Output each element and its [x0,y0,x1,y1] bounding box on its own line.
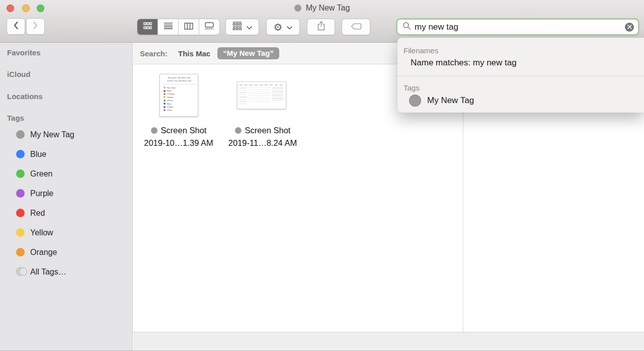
thumbnail-window-art [239,87,247,106]
file-name-line1: Screen Shot [245,124,291,137]
sidebar-header-tags: Tags [7,114,24,122]
file-tag-dot-icon [151,127,157,134]
chevron-down-icon [287,23,292,32]
forward-button[interactable] [26,18,45,35]
sidebar-item-my-new-tag[interactable]: My New Tag [0,125,132,144]
group-button[interactable] [225,19,259,35]
suggestion-tag-label: My New Tag [427,96,474,106]
status-bar [133,332,644,351]
sidebar-item-yellow[interactable]: Yellow [0,223,132,242]
action-menu-button[interactable]: ⚙ [266,19,300,35]
gallery-view-button[interactable] [199,19,219,35]
scope-tag-pill-button[interactable]: “My New Tag” [217,47,279,59]
sidebar-item-label: Red [30,209,45,218]
gear-icon: ⚙ [274,22,283,32]
sidebar-header-locations: Locations [7,92,43,101]
tag-icon [351,23,362,32]
scope-search-label: Search: [140,49,168,58]
toolbar: My New Tag [0,0,644,43]
chevron-down-icon [247,23,252,32]
green-dot-icon [164,100,166,102]
window-titlebar: My New Tag [0,4,644,13]
suggestions-tags-header: Tags [404,83,420,92]
sidebar-item-label: Yellow [30,228,53,237]
thumbnail-window-art [272,87,283,101]
blue-dot-icon [164,103,166,105]
suggestions-divider [397,76,644,76]
finder-window: My New Tag [0,0,644,351]
icon-view-button[interactable] [137,19,158,35]
orange-dot-icon [164,93,166,95]
sidebar-item-blue[interactable]: Blue [0,144,132,164]
suggestion-tag-my-new-tag[interactable]: My New Tag [409,95,474,107]
chevron-left-icon [13,21,19,32]
chevron-right-icon [33,21,38,32]
sidebar-tag-list: My New Tag Blue Green Purple Red Yellow [0,125,132,282]
search-suggestions-panel: Filenames Name matches: my new tag Tags … [397,38,644,113]
file-label-2[interactable]: Screen Shot 2019-11…8.24 AM [220,124,305,149]
column-view-button[interactable] [179,19,199,35]
back-button[interactable] [7,18,25,35]
tag-dot-icon [16,248,25,256]
suggestions-filenames-header: Filenames [404,46,438,55]
all-tags-icon [16,268,28,276]
sidebar-item-label: Purple [30,189,53,198]
file-thumbnail-1[interactable]: Rename “My New Tag” Delete Tag “My New T… [159,74,198,117]
file-name-line1: Screen Shot [161,124,207,137]
tag-dot-icon [16,189,25,198]
tag-dot-icon [16,130,25,139]
file-thumbnail-2[interactable] [237,81,286,109]
gallery-view-icon [205,22,214,32]
group-icon [232,22,242,32]
share-icon [317,21,325,33]
sidebar-item-all-tags[interactable]: All Tags… [0,262,132,282]
sidebar-item-label: Green [30,169,52,179]
column-view-icon [184,23,193,32]
thumbnail-window-art [249,87,271,104]
window-title: My New Tag [306,4,350,13]
tag-dot-icon [16,209,25,217]
tag-dot-icon [16,150,25,158]
sidebar-item-label: My New Tag [30,130,74,139]
tag-button[interactable] [342,19,370,35]
sidebar-item-orange[interactable]: Orange [0,242,132,262]
thumbnail-menu-line: Delete Tag “My New Tag” [163,79,196,82]
share-button[interactable] [307,19,335,35]
sidebar-item-green[interactable]: Green [0,164,132,184]
sidebar-header-icloud: iCloud [7,70,31,78]
tag-dot-icon [409,95,421,107]
thumbnail-menu-colors: No Color Red Orange Yellow Green Blue Pu… [163,84,196,112]
sidebar-header-favorites: Favorites [7,48,41,57]
title-tag-dot-icon [294,5,301,12]
tag-dot-icon [16,169,25,178]
purple-dot-icon [164,106,166,108]
file-label-1[interactable]: Screen Shot 2019-10…1.39 AM [136,124,221,149]
clear-search-button[interactable] [625,23,634,32]
file-name-line2: 2019-10…1.39 AM [136,137,221,149]
scope-this-mac-button[interactable]: This Mac [178,49,210,58]
search-input[interactable] [415,22,625,32]
sidebar-item-purple[interactable]: Purple [0,184,132,203]
no-color-dot-icon [164,86,166,89]
thumbnail-window-art [239,84,284,86]
sidebar-item-red[interactable]: Red [0,203,132,223]
file-name-line2: 2019-11…8.24 AM [220,137,305,149]
sidebar-item-label: Blue [30,150,46,159]
icon-view-icon [143,22,152,32]
search-field[interactable] [396,18,639,36]
sidebar-item-label: Orange [30,248,57,257]
gray-dot-icon [164,109,166,111]
tag-dot-icon [16,228,25,237]
view-mode-segmented-control [137,19,220,35]
sidebar-item-label: All Tags… [30,268,66,277]
file-tag-dot-icon [235,127,242,134]
sidebar: Favorites iCloud Locations Tags My New T… [0,43,133,351]
suggestion-name-matches[interactable]: Name matches: my new tag [411,58,517,68]
list-view-icon [164,22,173,32]
search-icon [403,22,411,32]
yellow-dot-icon [164,96,166,98]
red-dot-icon [164,90,166,92]
list-view-button[interactable] [158,19,179,35]
